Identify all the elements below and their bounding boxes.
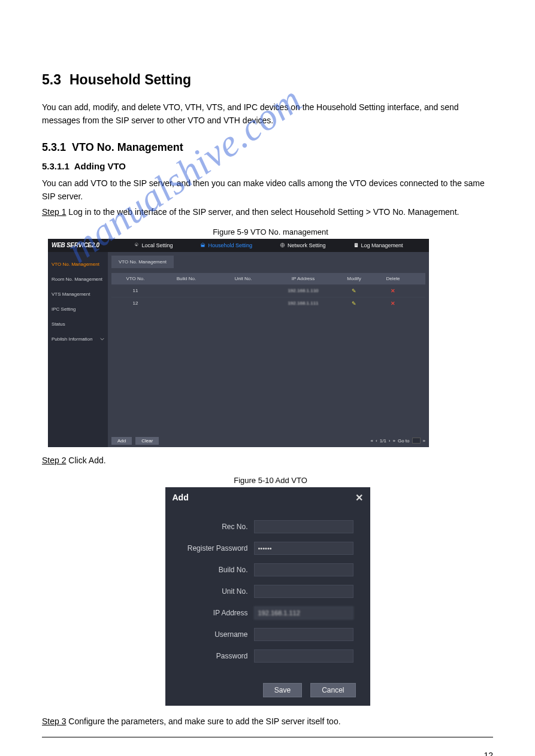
top-nav: Local Setting Household Setting Network …	[111, 242, 425, 248]
table-footer: Add Clear « ‹ 1/1 › » Go to »	[108, 435, 429, 447]
label-ip: IP Address	[182, 609, 254, 617]
label-unitno: Unit No.	[182, 587, 254, 596]
label-buildno: Build No.	[182, 566, 254, 574]
table-row: 12 192.168.1.111 ✎ ✕	[111, 297, 425, 309]
add-button[interactable]: Add	[111, 437, 132, 445]
input-password[interactable]	[254, 649, 353, 663]
pager-last-icon[interactable]: »	[393, 438, 395, 444]
input-regpwd[interactable]	[254, 542, 353, 555]
section-title: Household Setting	[69, 72, 191, 87]
nav-log-management[interactable]: Log Management	[353, 242, 403, 248]
pager-label: 1/1	[380, 438, 386, 444]
input-ip[interactable]	[254, 606, 353, 620]
th-ip: IP Address	[273, 276, 333, 281]
screenshot-vto-management: WEB SERVICE2.0 Local Setting Household S…	[48, 239, 429, 447]
pager-go-icon[interactable]: »	[423, 438, 425, 444]
th-buildno: Build No.	[159, 276, 213, 281]
step-1-text: Log in to the web interface of the SIP s…	[66, 207, 459, 217]
th-delete: Delete	[375, 276, 411, 281]
sidebar-item-vts[interactable]: VTS Management	[48, 287, 108, 302]
sidebar-item-roomno[interactable]: Room No. Management	[48, 272, 108, 287]
cancel-button[interactable]: Cancel	[310, 683, 355, 697]
close-icon[interactable]: ✕	[355, 492, 363, 503]
subsub-intro: You can add VTO to the SIP server, and t…	[42, 177, 493, 203]
pager: « ‹ 1/1 › » Go to »	[371, 438, 425, 444]
subsub-number: 5.3.1.1	[42, 161, 69, 171]
input-buildno[interactable]	[254, 563, 353, 576]
subsection-number: 5.3.1	[42, 141, 66, 153]
label-password: Password	[182, 652, 254, 660]
step-3-lead: Step 3	[42, 716, 66, 726]
page-divider	[42, 737, 493, 737]
sidebar-item-ipc[interactable]: IPC Setting	[48, 302, 108, 317]
step-1: Step 1 Log in to the web interface of th…	[42, 207, 493, 217]
th-vtono: VTO No.	[111, 276, 159, 281]
log-icon	[353, 242, 359, 248]
step-2-lead: Step 2	[42, 456, 66, 465]
screenshot-add-dialog: Add ✕ Rec No. Register Password Build No…	[165, 487, 370, 706]
section-heading: 5.3Household Setting	[42, 72, 493, 88]
clear-button[interactable]: Clear	[135, 437, 159, 445]
main-panel: VTO No. Management VTO No. Build No. Uni…	[108, 252, 429, 447]
label-regpwd: Register Password	[182, 544, 254, 552]
th-unitno: Unit No.	[213, 276, 273, 281]
figure-2-caption: Figure 5-10 Add VTO	[42, 476, 493, 485]
app-brand: WEB SERVICE2.0	[52, 242, 111, 248]
dialog-titlebar: Add ✕	[165, 487, 370, 508]
dialog-title: Add	[173, 493, 189, 502]
svg-rect-1	[201, 245, 205, 247]
nav-household-setting[interactable]: Household Setting	[200, 242, 252, 248]
subsection-heading: 5.3.1 VTO No. Management	[42, 141, 493, 154]
subsection-title: VTO No. Management	[72, 141, 183, 153]
th-modify: Modify	[333, 276, 375, 281]
gear-icon	[134, 242, 139, 248]
subsub-heading: 5.3.1.1 Adding VTO	[42, 161, 493, 171]
pager-next-icon[interactable]: ›	[389, 438, 391, 444]
table-row: 11 192.168.1.110 ✎ ✕	[111, 284, 425, 297]
edit-icon[interactable]: ✎	[352, 300, 356, 306]
active-tab[interactable]: VTO No. Management	[111, 256, 174, 268]
label-recno: Rec No.	[182, 523, 254, 531]
section-intro: You can add, modify, and delete VTO, VTH…	[42, 101, 493, 127]
dialog-buttons: Save Cancel	[165, 675, 370, 697]
pager-goto: Go to	[398, 438, 410, 444]
dialog-form: Rec No. Register Password Build No. Unit…	[165, 508, 370, 675]
pager-prev-icon[interactable]: ‹	[376, 438, 377, 444]
chevron-down-icon	[100, 337, 104, 341]
page-number: 12	[0, 749, 535, 756]
delete-icon[interactable]: ✕	[391, 288, 395, 294]
step-2: Step 2 Click Add.	[42, 456, 493, 465]
input-unitno[interactable]	[254, 585, 353, 598]
sidebar-item-status[interactable]: Status	[48, 317, 108, 332]
cell-ip: 192.168.1.111	[273, 300, 333, 306]
table-header: VTO No. Build No. Unit No. IP Address Mo…	[111, 273, 425, 284]
nav-local-setting[interactable]: Local Setting	[134, 242, 173, 248]
nav-network-setting[interactable]: Network Setting	[280, 242, 326, 248]
subsub-title: Adding VTO	[74, 161, 126, 171]
sidebar: VTO No. Management Room No. Management V…	[48, 252, 108, 447]
step-2-text: Click Add.	[66, 456, 105, 465]
vto-table: VTO No. Build No. Unit No. IP Address Mo…	[111, 273, 425, 309]
label-username: Username	[182, 630, 254, 639]
pager-first-icon[interactable]: «	[371, 438, 373, 444]
step-1-lead: Step 1	[42, 207, 66, 217]
ss1-topbar: WEB SERVICE2.0 Local Setting Household S…	[48, 239, 429, 252]
section-number: 5.3	[42, 72, 61, 87]
step-3: Step 3 Configure the parameters, and mak…	[42, 716, 493, 726]
edit-icon[interactable]: ✎	[352, 288, 356, 294]
delete-icon[interactable]: ✕	[391, 300, 395, 306]
cell-ip: 192.168.1.110	[273, 288, 333, 294]
pager-goto-input[interactable]	[412, 438, 421, 444]
sidebar-item-publish[interactable]: Publish Information	[48, 332, 108, 347]
household-icon	[200, 242, 205, 248]
cell-vtono: 11	[111, 288, 159, 294]
sidebar-item-vtono[interactable]: VTO No. Management	[48, 257, 108, 272]
input-username[interactable]	[254, 628, 353, 641]
cell-vtono: 12	[111, 300, 159, 306]
save-button[interactable]: Save	[263, 683, 302, 697]
figure-1-caption: Figure 5-9 VTO No. management	[42, 227, 493, 236]
input-recno[interactable]	[254, 520, 353, 533]
step-3-text: Configure the parameters, and make sure …	[66, 716, 340, 726]
globe-icon	[280, 242, 285, 248]
